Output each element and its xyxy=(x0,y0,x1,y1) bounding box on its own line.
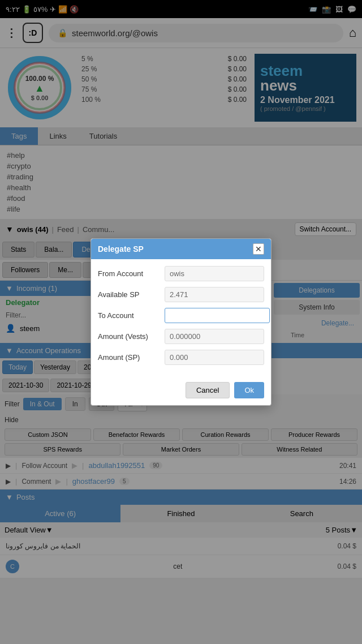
modal-row-sp: Amount (SP) 0.000 xyxy=(98,350,264,365)
modal-footer: Cancel Ok xyxy=(91,377,271,405)
modal-close-button[interactable]: ✕ xyxy=(253,243,264,255)
modal-ok-button[interactable]: Ok xyxy=(234,382,264,398)
delegate-sp-modal: Delegate SP ✕ From Account owis Availabl… xyxy=(90,238,272,406)
modal-row-available: Available SP 2.471 xyxy=(98,287,264,302)
available-sp-value: 2.471 xyxy=(165,287,264,302)
amount-vests-value: 0.000000 xyxy=(165,329,264,344)
modal-body: From Account owis Available SP 2.471 To … xyxy=(91,259,271,377)
amount-vests-label: Amount (Vests) xyxy=(98,332,160,341)
modal-row-vests: Amount (Vests) 0.000000 xyxy=(98,329,264,344)
to-account-input[interactable] xyxy=(165,308,270,323)
amount-sp-label: Amount (SP) xyxy=(98,353,160,362)
to-account-label: To Account xyxy=(98,311,160,320)
from-account-label: From Account xyxy=(98,269,160,278)
modal-row-to: To Account xyxy=(98,308,264,323)
modal-row-from: From Account owis xyxy=(98,266,264,281)
modal-overlay[interactable]: Delegate SP ✕ From Account owis Availabl… xyxy=(0,0,362,578)
modal-cancel-button[interactable]: Cancel xyxy=(186,382,230,398)
modal-header: Delegate SP ✕ xyxy=(91,239,271,259)
amount-sp-value: 0.000 xyxy=(165,350,264,365)
modal-title: Delegate SP xyxy=(98,244,144,254)
available-sp-label: Available SP xyxy=(98,290,160,299)
from-account-value: owis xyxy=(165,266,264,281)
